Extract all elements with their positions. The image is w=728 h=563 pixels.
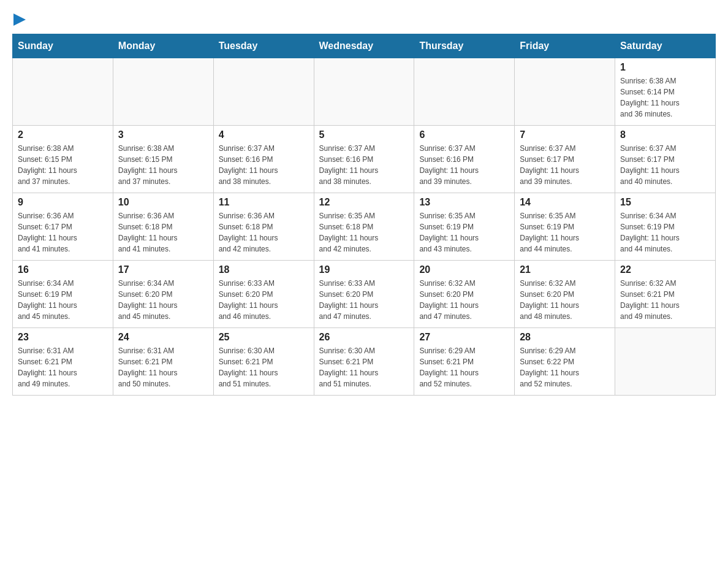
day-number: 7 [520,129,610,140]
day-number: 9 [18,197,108,208]
header-wednesday: Wednesday [314,34,414,58]
day-number: 8 [620,129,710,140]
day-number: 16 [18,264,108,275]
day-number: 5 [319,129,409,140]
day-number: 4 [219,129,309,140]
week-row: 23Sunrise: 6:31 AMSunset: 6:21 PMDayligh… [13,328,716,396]
calendar-cell [13,58,113,126]
header-friday: Friday [515,34,615,58]
calendar-cell: 23Sunrise: 6:31 AMSunset: 6:21 PMDayligh… [13,328,113,396]
day-info: Sunrise: 6:38 AMSunset: 6:14 PMDaylight:… [620,75,710,120]
day-number: 14 [520,197,610,208]
day-info: Sunrise: 6:32 AMSunset: 6:21 PMDaylight:… [620,278,710,322]
calendar-cell: 21Sunrise: 6:32 AMSunset: 6:20 PMDayligh… [515,261,615,328]
calendar-cell: 3Sunrise: 6:38 AMSunset: 6:15 PMDaylight… [113,126,213,193]
day-number: 1 [620,62,710,73]
day-number: 6 [419,129,509,140]
header-saturday: Saturday [615,34,716,58]
day-info: Sunrise: 6:37 AMSunset: 6:16 PMDaylight:… [219,143,309,187]
day-info: Sunrise: 6:34 AMSunset: 6:19 PMDaylight:… [620,210,710,255]
week-row: 16Sunrise: 6:34 AMSunset: 6:19 PMDayligh… [13,261,716,328]
logo [12,12,26,28]
calendar-cell: 6Sunrise: 6:37 AMSunset: 6:16 PMDaylight… [414,126,515,193]
day-info: Sunrise: 6:33 AMSunset: 6:20 PMDaylight:… [219,278,309,322]
day-number: 25 [219,332,309,343]
day-number: 11 [219,197,309,208]
day-info: Sunrise: 6:37 AMSunset: 6:16 PMDaylight:… [319,143,409,187]
calendar-cell: 7Sunrise: 6:37 AMSunset: 6:17 PMDaylight… [515,126,615,193]
calendar-cell: 1Sunrise: 6:38 AMSunset: 6:14 PMDaylight… [615,58,716,126]
calendar-cell: 9Sunrise: 6:36 AMSunset: 6:17 PMDaylight… [13,193,113,261]
calendar-cell: 2Sunrise: 6:38 AMSunset: 6:15 PMDaylight… [13,126,113,193]
calendar-cell [213,58,314,126]
day-info: Sunrise: 6:35 AMSunset: 6:18 PMDaylight:… [319,210,409,255]
header-row: SundayMondayTuesdayWednesdayThursdayFrid… [13,34,716,58]
week-row: 9Sunrise: 6:36 AMSunset: 6:17 PMDaylight… [13,193,716,261]
day-number: 15 [620,197,710,208]
day-number: 27 [419,332,509,343]
header-thursday: Thursday [414,34,515,58]
calendar-cell: 25Sunrise: 6:30 AMSunset: 6:21 PMDayligh… [213,328,314,396]
day-number: 23 [18,332,108,343]
calendar-cell: 22Sunrise: 6:32 AMSunset: 6:21 PMDayligh… [615,261,716,328]
day-number: 24 [118,332,208,343]
day-info: Sunrise: 6:35 AMSunset: 6:19 PMDaylight:… [520,210,610,255]
day-number: 22 [620,264,710,275]
calendar-cell: 20Sunrise: 6:32 AMSunset: 6:20 PMDayligh… [414,261,515,328]
day-number: 3 [118,129,208,140]
logo-arrow-icon [13,13,26,26]
day-info: Sunrise: 6:30 AMSunset: 6:21 PMDaylight:… [219,345,309,389]
calendar-cell: 14Sunrise: 6:35 AMSunset: 6:19 PMDayligh… [515,193,615,261]
calendar-cell: 27Sunrise: 6:29 AMSunset: 6:21 PMDayligh… [414,328,515,396]
day-info: Sunrise: 6:36 AMSunset: 6:18 PMDaylight:… [219,210,309,255]
calendar-header: SundayMondayTuesdayWednesdayThursdayFrid… [13,34,716,58]
header-sunday: Sunday [13,34,113,58]
week-row: 1Sunrise: 6:38 AMSunset: 6:14 PMDaylight… [13,58,716,126]
day-info: Sunrise: 6:29 AMSunset: 6:22 PMDaylight:… [520,345,610,389]
calendar-cell: 19Sunrise: 6:33 AMSunset: 6:20 PMDayligh… [314,261,414,328]
calendar-cell [314,58,414,126]
calendar-cell [615,328,716,396]
calendar-cell: 18Sunrise: 6:33 AMSunset: 6:20 PMDayligh… [213,261,314,328]
day-info: Sunrise: 6:29 AMSunset: 6:21 PMDaylight:… [419,345,509,389]
calendar-cell: 15Sunrise: 6:34 AMSunset: 6:19 PMDayligh… [615,193,716,261]
day-info: Sunrise: 6:34 AMSunset: 6:20 PMDaylight:… [118,278,208,322]
calendar-cell: 13Sunrise: 6:35 AMSunset: 6:19 PMDayligh… [414,193,515,261]
calendar-cell: 16Sunrise: 6:34 AMSunset: 6:19 PMDayligh… [13,261,113,328]
day-info: Sunrise: 6:37 AMSunset: 6:17 PMDaylight:… [620,143,710,187]
calendar-cell [113,58,213,126]
day-number: 10 [118,197,208,208]
day-number: 13 [419,197,509,208]
calendar-cell: 17Sunrise: 6:34 AMSunset: 6:20 PMDayligh… [113,261,213,328]
calendar-cell: 28Sunrise: 6:29 AMSunset: 6:22 PMDayligh… [515,328,615,396]
calendar-cell [414,58,515,126]
day-info: Sunrise: 6:36 AMSunset: 6:17 PMDaylight:… [18,210,108,255]
day-number: 12 [319,197,409,208]
day-info: Sunrise: 6:32 AMSunset: 6:20 PMDaylight:… [419,278,509,322]
calendar-cell [515,58,615,126]
calendar-table: SundayMondayTuesdayWednesdayThursdayFrid… [12,34,716,396]
day-number: 20 [419,264,509,275]
calendar-cell: 10Sunrise: 6:36 AMSunset: 6:18 PMDayligh… [113,193,213,261]
day-info: Sunrise: 6:31 AMSunset: 6:21 PMDaylight:… [118,345,208,389]
day-number: 21 [520,264,610,275]
day-info: Sunrise: 6:34 AMSunset: 6:19 PMDaylight:… [18,278,108,322]
day-info: Sunrise: 6:31 AMSunset: 6:21 PMDaylight:… [18,345,108,389]
header-monday: Monday [113,34,213,58]
day-info: Sunrise: 6:37 AMSunset: 6:17 PMDaylight:… [520,143,610,187]
day-number: 17 [118,264,208,275]
day-number: 19 [319,264,409,275]
calendar-cell: 12Sunrise: 6:35 AMSunset: 6:18 PMDayligh… [314,193,414,261]
day-info: Sunrise: 6:38 AMSunset: 6:15 PMDaylight:… [118,143,208,187]
day-info: Sunrise: 6:36 AMSunset: 6:18 PMDaylight:… [118,210,208,255]
calendar-cell: 24Sunrise: 6:31 AMSunset: 6:21 PMDayligh… [113,328,213,396]
day-number: 26 [319,332,409,343]
day-number: 28 [520,332,610,343]
svg-marker-0 [13,13,26,26]
week-row: 2Sunrise: 6:38 AMSunset: 6:15 PMDaylight… [13,126,716,193]
day-info: Sunrise: 6:38 AMSunset: 6:15 PMDaylight:… [18,143,108,187]
page-header [12,12,716,28]
day-number: 18 [219,264,309,275]
day-info: Sunrise: 6:35 AMSunset: 6:19 PMDaylight:… [419,210,509,255]
calendar-cell: 4Sunrise: 6:37 AMSunset: 6:16 PMDaylight… [213,126,314,193]
